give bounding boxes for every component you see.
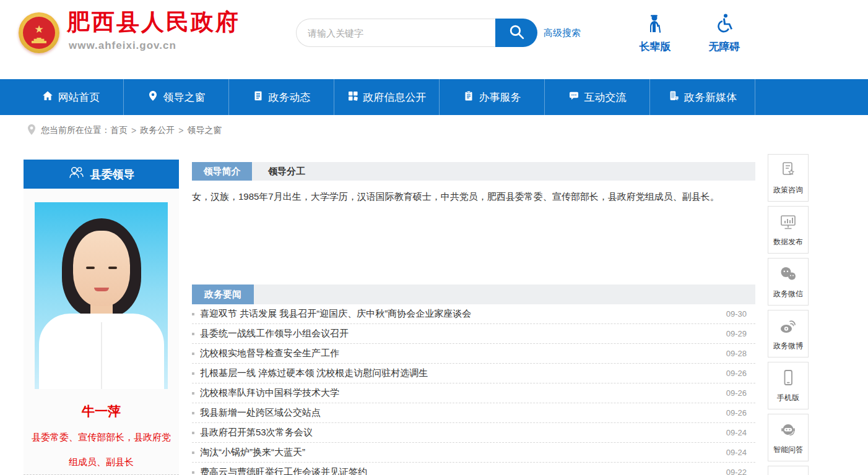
- search-button[interactable]: [495, 19, 537, 47]
- policy-consult-icon: [779, 161, 797, 182]
- quick-links-panel: 政策咨询 数据发布 政务微信 政务微博 手机版 智能问答: [768, 154, 809, 475]
- leader-tabs: 领导简介 领导分工: [192, 162, 755, 181]
- news-date: 09-24: [726, 448, 747, 457]
- nav-item-gov-news[interactable]: 政务动态: [229, 79, 334, 115]
- nav-item-interaction[interactable]: 互动交流: [545, 79, 650, 115]
- elder-version-button[interactable]: 长辈版: [630, 12, 680, 54]
- nav-item-home[interactable]: 网站首页: [19, 79, 124, 115]
- news-link[interactable]: 县委统一战线工作领导小组会议召开: [200, 328, 714, 340]
- news-link[interactable]: 喜迎双节 共话发展 我县召开“迎国庆、庆中秋”商协会企业家座谈会: [200, 308, 714, 320]
- leader-bio-text: 女，汉族，1985年7月出生，大学学历，汉语国际教育硕士，中共党员，肥西县委常委…: [192, 189, 755, 205]
- people-icon: [68, 166, 84, 182]
- sidebar-header: 县委领导: [24, 160, 179, 189]
- weibo-icon: [779, 317, 797, 338]
- elder-icon: [645, 12, 665, 36]
- wechat-icon: [779, 265, 797, 286]
- news-link[interactable]: 县政府召开第53次常务会议: [200, 427, 714, 439]
- breadcrumb-gov-open[interactable]: 政务公开: [140, 125, 175, 136]
- search-bar: 高级搜索: [296, 19, 581, 47]
- nav-label: 互动交流: [584, 90, 627, 105]
- news-link[interactable]: 淘汰“小锅炉”换来“大蓝天”: [200, 447, 714, 458]
- tab-leader-intro[interactable]: 领导简介: [192, 162, 252, 181]
- wheelchair-icon: [714, 12, 734, 36]
- breadcrumb-separator: >: [178, 126, 183, 135]
- site-logo-link[interactable]: ★ 肥西县人民政府 www.ahfeixi.gov.cn: [19, 9, 240, 53]
- nav-label: 政府信息公开: [363, 90, 427, 105]
- news-link[interactable]: 沈校根率队拜访中国科学技术大学: [200, 387, 714, 399]
- news-item: 县委统一战线工作领导小组会议召开09-29: [192, 324, 755, 344]
- leader-panel: 牛一萍 县委常委、宣传部部长，县政府党组成员、副县长: [24, 189, 179, 475]
- accessibility-label: 无障碍: [709, 40, 740, 54]
- accessibility-links: 长辈版 无障碍: [630, 12, 749, 54]
- news-list: 喜迎双节 共话发展 我县召开“迎国庆、庆中秋”商协会企业家座谈会09-30 县委…: [192, 304, 755, 475]
- news-date: 09-26: [726, 369, 747, 378]
- leader-sidebar: 县委领导 牛一萍 县委常委、宣传部部长，县政府党组成员、副县长: [24, 160, 179, 475]
- national-emblem-icon: ★: [19, 12, 59, 53]
- breadcrumb-leader-window[interactable]: 领导之窗: [187, 125, 222, 136]
- news-item: 扎根基层一线 淬炼过硬本领 沈校根走访慰问驻村选调生09-26: [192, 364, 755, 383]
- elder-version-label: 长辈版: [640, 40, 671, 54]
- nav-item-services[interactable]: 办事服务: [440, 79, 545, 115]
- breadcrumb-prefix: 您当前所在位置：: [41, 125, 110, 136]
- news-date: 09-22: [726, 468, 747, 475]
- leader-intro-section: 领导简介 领导分工 女，汉族，1985年7月出生，大学学历，汉语国际教育硕士，中…: [192, 162, 755, 205]
- breadcrumb: 您当前所在位置： 首页 > 政务公开 > 领导之窗: [0, 115, 868, 146]
- news-item: 费高云与曹德旺举行工作会谈并见证签约09-22: [192, 463, 755, 475]
- nav-item-leaders[interactable]: 领导之窗: [124, 79, 229, 115]
- news-date: 09-26: [726, 388, 747, 398]
- quick-link-policy-consult[interactable]: 政策咨询: [768, 154, 809, 202]
- site-url: www.ahfeixi.gov.cn: [69, 40, 240, 52]
- search-input[interactable]: [296, 19, 495, 47]
- news-item: 沈校根率队拜访中国科学技术大学09-26: [192, 383, 755, 403]
- nav-item-info-disclosure[interactable]: 政府信息公开: [334, 79, 440, 115]
- news-link[interactable]: 扎根基层一线 淬炼过硬本领 沈校根走访慰问驻村选调生: [200, 367, 714, 379]
- quick-link-wechat[interactable]: 政务微信: [768, 258, 809, 306]
- mobile-media-icon: [668, 90, 679, 105]
- quick-link-label: 政务微信: [773, 289, 803, 299]
- quick-link-weibo[interactable]: 政务微博: [768, 310, 809, 357]
- mobile-version-icon: [779, 369, 797, 390]
- chat-icon: [568, 90, 579, 105]
- nav-item-new-media[interactable]: 政务新媒体: [650, 79, 755, 115]
- news-date: 09-26: [726, 408, 747, 417]
- breadcrumb-home[interactable]: 首页: [110, 125, 128, 136]
- nav-label: 政务新媒体: [684, 90, 737, 105]
- quick-link-label: 智能问答: [773, 445, 803, 455]
- nav-label: 领导之窗: [163, 90, 206, 105]
- breadcrumb-separator: >: [131, 126, 136, 135]
- quick-link-label: 政务微博: [773, 341, 803, 351]
- news-item: 沈校根实地督导检查安全生产工作09-28: [192, 344, 755, 364]
- news-link[interactable]: 我县新增一处跨区域公交站点: [200, 407, 714, 419]
- advanced-search-link[interactable]: 高级搜索: [544, 27, 581, 39]
- site-title: 肥西县人民政府: [67, 9, 240, 36]
- map-pin-icon: [147, 90, 158, 105]
- tab-leader-duties[interactable]: 领导分工: [263, 162, 310, 181]
- news-section-title: 政务要闻: [192, 285, 254, 304]
- quick-link-label: 手机版: [777, 393, 799, 403]
- nav-label: 办事服务: [479, 90, 521, 105]
- news-link[interactable]: 费高云与曹德旺举行工作会谈并见证签约: [200, 466, 714, 475]
- quick-link-mobile-version[interactable]: 手机版: [768, 362, 809, 409]
- news-date: 09-29: [726, 329, 747, 338]
- news-item: 我县新增一处跨区域公交站点09-26: [192, 403, 755, 423]
- search-icon: [508, 24, 525, 42]
- clipboard-icon: [463, 90, 474, 105]
- accessibility-button[interactable]: 无障碍: [700, 12, 749, 54]
- location-pin-icon: [27, 124, 41, 137]
- home-icon: [42, 90, 53, 105]
- news-item: 淘汰“小锅炉”换来“大蓝天”09-24: [192, 443, 755, 463]
- nav-label: 网站首页: [58, 90, 100, 105]
- quick-link-clipped[interactable]: [768, 466, 809, 475]
- quick-link-label: 数据发布: [773, 237, 803, 247]
- gov-news-section: 政务要闻 喜迎双节 共话发展 我县召开“迎国庆、庆中秋”商协会企业家座谈会09-…: [192, 285, 755, 475]
- news-link[interactable]: 沈校根实地督导检查安全生产工作: [200, 348, 714, 359]
- leader-name: 牛一萍: [24, 403, 179, 420]
- news-section-header: 政务要闻: [192, 285, 755, 304]
- sidebar-header-label: 县委领导: [90, 167, 135, 182]
- news-item: 喜迎双节 共话发展 我县召开“迎国庆、庆中秋”商协会企业家座谈会09-30: [192, 304, 755, 324]
- quick-link-data-release[interactable]: 数据发布: [768, 206, 809, 254]
- qa-robot-icon: [779, 421, 797, 442]
- news-date: 09-30: [726, 309, 747, 319]
- leader-title: 县委常委、宣传部部长，县政府党组成员、副县长: [24, 425, 179, 474]
- quick-link-qa-robot[interactable]: 智能问答: [768, 414, 809, 461]
